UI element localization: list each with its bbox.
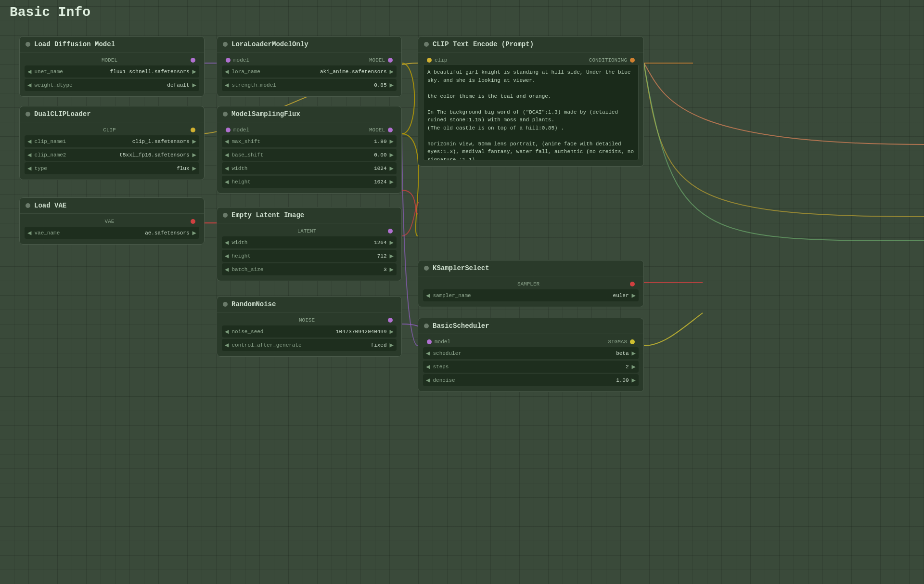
node-empty-latent-header: Empty Latent Image: [217, 208, 401, 223]
node-ksampler-select: KSamplerSelect SAMPLER ◀ sampler_name eu…: [418, 260, 644, 307]
model-connector[interactable]: [191, 58, 195, 63]
control-left[interactable]: ◀: [225, 341, 229, 349]
lora-model-input[interactable]: [226, 58, 231, 63]
type-left-arrow[interactable]: ◀: [27, 164, 31, 172]
weight-right-arrow[interactable]: ▶: [192, 81, 196, 89]
s-width-left[interactable]: ◀: [225, 164, 229, 172]
type-right-arrow[interactable]: ▶: [192, 164, 196, 172]
node-load-vae-header: Load VAE: [20, 198, 204, 214]
lora-name-field[interactable]: ◀ lora_name aki_anime.safetensors ▶: [222, 65, 397, 78]
lora-right-arrow[interactable]: ▶: [390, 67, 394, 76]
unet-right-arrow[interactable]: ▶: [192, 67, 196, 76]
prompt-textarea[interactable]: [423, 64, 639, 160]
node-dot: [424, 266, 429, 271]
clip1-right-arrow[interactable]: ▶: [192, 137, 196, 145]
strength-model-field[interactable]: ◀ strength_model 0.85 ▶: [222, 79, 397, 91]
steps-right[interactable]: ▶: [632, 363, 636, 371]
vae-connector[interactable]: [191, 219, 195, 224]
l-width-left[interactable]: ◀: [225, 238, 229, 247]
latent-width-field[interactable]: ◀ width 1264 ▶: [222, 236, 397, 248]
control-right[interactable]: ▶: [390, 341, 394, 349]
clip-encode-input[interactable]: [427, 58, 432, 63]
node-load-vae-title: Load VAE: [34, 202, 66, 209]
conditioning-output[interactable]: [630, 58, 635, 63]
sampler-connector[interactable]: [630, 282, 635, 286]
clip-name2-value: t5xxl_fp16.safetensors: [80, 152, 189, 158]
scheduler-right[interactable]: ▶: [632, 349, 636, 357]
denoise-left[interactable]: ◀: [426, 376, 430, 384]
batch-size-field[interactable]: ◀ batch_size 3 ▶: [222, 263, 397, 275]
max-shift-right[interactable]: ▶: [390, 137, 394, 145]
clip2-right-arrow[interactable]: ▶: [192, 151, 196, 159]
base-shift-right[interactable]: ▶: [390, 151, 394, 159]
l-height-left[interactable]: ◀: [225, 252, 229, 260]
s-height-left[interactable]: ◀: [225, 178, 229, 186]
base-shift-left[interactable]: ◀: [225, 151, 229, 159]
l-width-value: 1264: [278, 240, 386, 246]
sampling-model-input[interactable]: [226, 128, 231, 132]
unet-name-field[interactable]: ◀ unet_name flux1-schnell.safetensors ▶: [25, 65, 199, 78]
lora-model-output[interactable]: [388, 58, 393, 63]
node-model-sampling: ModelSamplingFlux model MODEL ◀ max_shif…: [217, 106, 402, 194]
max-shift-left[interactable]: ◀: [225, 137, 229, 145]
clip-name1-field[interactable]: ◀ clip_name1 clip_l.safetensors ▶: [25, 135, 199, 147]
noise-seed-field[interactable]: ◀ noise_seed 1047370942040499 ▶: [222, 325, 397, 337]
node-empty-latent: Empty Latent Image LATENT ◀ width 1264 ▶…: [217, 207, 402, 281]
weight-dtype-field[interactable]: ◀ weight_dtype default ▶: [25, 79, 199, 91]
steps-left[interactable]: ◀: [426, 363, 430, 371]
base-shift-field[interactable]: ◀ base_shift 0.00 ▶: [222, 149, 397, 161]
weight-left-arrow[interactable]: ◀: [27, 81, 31, 89]
node-dual-clip-title: DualCLIPLoader: [34, 110, 91, 118]
scheduler-value: beta: [479, 350, 629, 356]
sampling-model-output[interactable]: [388, 128, 393, 132]
latent-height-field[interactable]: ◀ height 712 ▶: [222, 250, 397, 262]
sampler-output-port: SAMPLER: [423, 280, 639, 288]
batch-size-label: batch_size: [231, 267, 275, 273]
batch-left[interactable]: ◀: [225, 265, 229, 273]
batch-right[interactable]: ▶: [390, 265, 394, 273]
latent-connector[interactable]: [388, 229, 393, 234]
sampler-left[interactable]: ◀: [426, 291, 430, 299]
clip1-left-arrow[interactable]: ◀: [27, 137, 31, 145]
l-width-right[interactable]: ▶: [390, 238, 394, 247]
denoise-right[interactable]: ▶: [632, 376, 636, 384]
clip-connector[interactable]: [191, 128, 195, 132]
clip-name2-field[interactable]: ◀ clip_name2 t5xxl_fp16.safetensors ▶: [25, 149, 199, 161]
node-ksampler-select-header: KSamplerSelect: [418, 260, 643, 276]
noise-connector[interactable]: [388, 318, 393, 323]
seed-left[interactable]: ◀: [225, 327, 229, 336]
denoise-field[interactable]: ◀ denoise 1.00 ▶: [423, 374, 639, 386]
l-height-right[interactable]: ▶: [390, 252, 394, 260]
batch-size-value: 3: [278, 267, 386, 273]
node-clip-encode-title: CLIP Text Encode (Prompt): [433, 40, 534, 48]
vae-name-field[interactable]: ◀ vae_name ae.safetensors ▶: [25, 227, 199, 239]
control-after-field[interactable]: ◀ control_after_generate fixed ▶: [222, 339, 397, 351]
strength-left-arrow[interactable]: ◀: [225, 81, 229, 89]
steps-field[interactable]: ◀ steps 2 ▶: [423, 361, 639, 373]
seed-right[interactable]: ▶: [390, 327, 394, 336]
clip2-left-arrow[interactable]: ◀: [27, 151, 31, 159]
sampling-height-field[interactable]: ◀ height 1024 ▶: [222, 176, 397, 188]
scheduler-model-input[interactable]: [427, 339, 432, 344]
unet-left-arrow[interactable]: ◀: [27, 67, 31, 76]
max-shift-field[interactable]: ◀ max_shift 1.80 ▶: [222, 135, 397, 147]
node-lora-loader-title: LoraLoaderModelOnly: [231, 40, 308, 48]
sampler-name-field[interactable]: ◀ sampler_name euler ▶: [423, 289, 639, 301]
vae-right-arrow[interactable]: ▶: [192, 229, 196, 237]
node-dot: [424, 324, 429, 328]
s-height-right[interactable]: ▶: [390, 178, 394, 186]
scheduler-left[interactable]: ◀: [426, 349, 430, 357]
sampling-width-field[interactable]: ◀ width 1024 ▶: [222, 162, 397, 174]
lora-left-arrow[interactable]: ◀: [225, 67, 229, 76]
s-width-right[interactable]: ▶: [390, 164, 394, 172]
vae-left-arrow[interactable]: ◀: [27, 229, 31, 237]
node-model-sampling-title: ModelSamplingFlux: [231, 110, 300, 118]
lora-ports: model MODEL: [222, 56, 397, 64]
base-shift-label: base_shift: [231, 152, 275, 158]
node-dot: [424, 42, 429, 47]
strength-right-arrow[interactable]: ▶: [390, 81, 394, 89]
type-field[interactable]: ◀ type flux ▶: [25, 162, 199, 174]
scheduler-field[interactable]: ◀ scheduler beta ▶: [423, 347, 639, 359]
sigmas-output[interactable]: [630, 339, 635, 344]
sampler-right[interactable]: ▶: [632, 291, 636, 299]
